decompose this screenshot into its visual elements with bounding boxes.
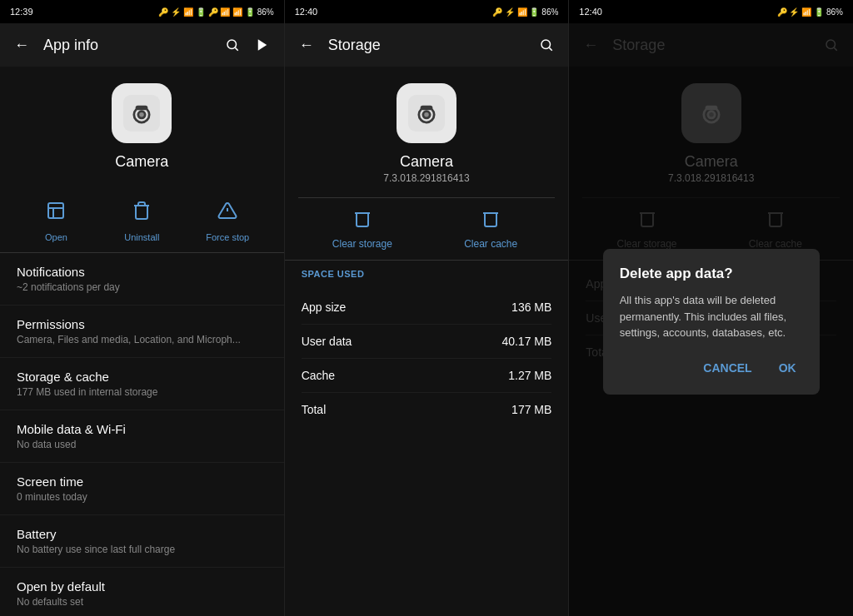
mobile-data-sub: No data used: [17, 439, 267, 450]
delete-dialog: Delete app data? All this app's data wil…: [603, 249, 820, 395]
user-data-row: User data 40.17 MB: [302, 325, 552, 359]
svg-marker-2: [257, 39, 267, 51]
storage-rows-2: App size 136 MB User data 40.17 MB Cache…: [285, 284, 569, 433]
icons-1: 🔑 ⚡ 📶 🔋 🔑 📶 📶 🔋 86%: [158, 7, 273, 17]
svg-point-0: [227, 40, 237, 49]
statusbar-1: 12:39 🔑 ⚡ 📶 🔋 🔑 📶 📶 🔋 86%: [0, 0, 285, 23]
total-value: 177 MB: [511, 403, 551, 416]
svg-line-12: [550, 47, 552, 50]
clear-storage-icon-2: [352, 208, 372, 233]
app-header-1: Camera: [0, 67, 284, 184]
app-size-label: App size: [302, 301, 347, 314]
uninstall-button[interactable]: Uninstall: [117, 194, 167, 242]
force-stop-button[interactable]: Force stop: [202, 194, 252, 242]
settings-mobile-data[interactable]: Mobile data & Wi-Fi No data used: [0, 410, 284, 463]
app-header-2: Camera 7.3.018.291816413: [285, 67, 569, 197]
clear-storage-label-2: Clear storage: [332, 238, 392, 250]
screen-time-title: Screen time: [17, 474, 267, 489]
svg-line-1: [235, 47, 237, 50]
app-icon-1: [112, 83, 172, 143]
settings-list: Notifications ~2 notifications per day P…: [0, 253, 284, 616]
clear-cache-label-2: Clear cache: [464, 238, 517, 250]
toolbar-storage: ← Storage: [285, 23, 569, 67]
force-stop-icon: [211, 194, 244, 227]
svg-rect-16: [421, 106, 433, 110]
statusbar-3: 12:40 🔑 ⚡ 📶 🔋 86%: [569, 0, 853, 23]
dialog-body: All this app's data will be deleted perm…: [620, 292, 803, 341]
open-label: Open: [45, 232, 67, 242]
cancel-button[interactable]: Cancel: [696, 358, 758, 378]
toolbar-title-2: Storage: [328, 37, 532, 54]
open-default-sub: No defaults set: [17, 596, 267, 608]
app-version-2: 7.3.018.291816413: [383, 172, 469, 184]
permissions-sub: Camera, Files and media, Location, and M…: [17, 334, 267, 345]
panel-app-info: ← App info Camera: [0, 23, 285, 616]
time-3: 12:40: [579, 7, 602, 17]
svg-point-11: [541, 40, 551, 49]
notifications-sub: ~2 notifications per day: [17, 281, 267, 293]
mobile-data-title: Mobile data & Wi-Fi: [17, 422, 267, 436]
clear-cache-button-2[interactable]: Clear cache: [457, 208, 524, 250]
space-used-label-2: SPACE USED: [285, 261, 569, 284]
app-icon-2: [397, 83, 456, 143]
icons-3: 🔑 ⚡ 📶 🔋 86%: [777, 7, 843, 17]
back-button-2[interactable]: ←: [292, 30, 322, 60]
settings-screen-time[interactable]: Screen time 0 minutes today: [0, 463, 284, 515]
settings-battery[interactable]: Battery No battery use since last full c…: [0, 515, 284, 568]
storage-sub: 177 MB used in internal storage: [17, 386, 267, 398]
clear-cache-icon-2: [481, 208, 501, 233]
dialog-actions: Cancel OK: [620, 358, 803, 378]
search-button-2[interactable]: [531, 30, 561, 60]
ok-button[interactable]: OK: [772, 358, 803, 378]
settings-notifications[interactable]: Notifications ~2 notifications per day: [0, 253, 284, 306]
svg-point-7: [140, 112, 145, 117]
total-row: Total 177 MB: [302, 393, 552, 426]
battery-title: Battery: [17, 527, 267, 541]
app-size-row: App size 136 MB: [302, 291, 552, 325]
settings-permissions[interactable]: Permissions Camera, Files and media, Loc…: [0, 306, 284, 358]
search-button-1[interactable]: [217, 30, 247, 60]
cache-label: Cache: [302, 369, 335, 382]
toolbar-app-info: ← App info: [0, 23, 284, 67]
settings-storage[interactable]: Storage & cache 177 MB used in internal …: [0, 358, 284, 410]
dialog-overlay: Delete app data? All this app's data wil…: [569, 23, 853, 616]
cache-value: 1.27 MB: [508, 369, 551, 382]
app-name-1: Camera: [115, 153, 168, 171]
app-size-value: 136 MB: [511, 301, 551, 314]
actions-row-1: Open Uninstall Force stop: [0, 184, 284, 253]
back-button-1[interactable]: ←: [7, 30, 37, 60]
settings-open-by-default[interactable]: Open by default No defaults set: [0, 568, 284, 616]
app-name-2: Camera: [400, 153, 453, 171]
open-icon: [39, 194, 72, 227]
battery-sub: No battery use since last full charge: [17, 544, 267, 555]
play-button-1[interactable]: [247, 30, 277, 60]
cache-row: Cache 1.27 MB: [302, 359, 552, 393]
storage-actions-2: Clear storage Clear cache: [285, 198, 569, 261]
svg-point-17: [424, 112, 429, 117]
screen-time-sub: 0 minutes today: [17, 491, 267, 503]
open-default-title: Open by default: [17, 579, 267, 594]
user-data-value: 40.17 MB: [501, 335, 551, 348]
force-stop-label: Force stop: [206, 232, 249, 242]
dialog-title: Delete app data?: [620, 266, 803, 282]
icons-2: 🔑 ⚡ 📶 🔋 86%: [492, 7, 558, 17]
permissions-title: Permissions: [17, 317, 267, 331]
clear-storage-button-2[interactable]: Clear storage: [329, 208, 396, 250]
time-1: 12:39: [10, 7, 33, 17]
svg-rect-6: [136, 106, 148, 110]
toolbar-title-1: App info: [43, 37, 217, 54]
uninstall-icon: [125, 194, 158, 227]
open-button[interactable]: Open: [31, 194, 81, 242]
storage-title: Storage & cache: [17, 370, 267, 384]
user-data-label: User data: [302, 335, 352, 348]
time-2: 12:40: [295, 7, 318, 17]
notifications-title: Notifications: [17, 265, 267, 279]
panel-storage-dialog: ← Storage Camera 7.3.018.291816413: [569, 23, 853, 616]
panel-storage: ← Storage Camera 7.3.018.291816413: [285, 23, 570, 616]
total-label: Total: [302, 403, 327, 416]
uninstall-label: Uninstall: [124, 232, 159, 242]
svg-rect-8: [48, 203, 63, 218]
statusbar-2: 12:40 🔑 ⚡ 📶 🔋 86%: [285, 0, 570, 23]
